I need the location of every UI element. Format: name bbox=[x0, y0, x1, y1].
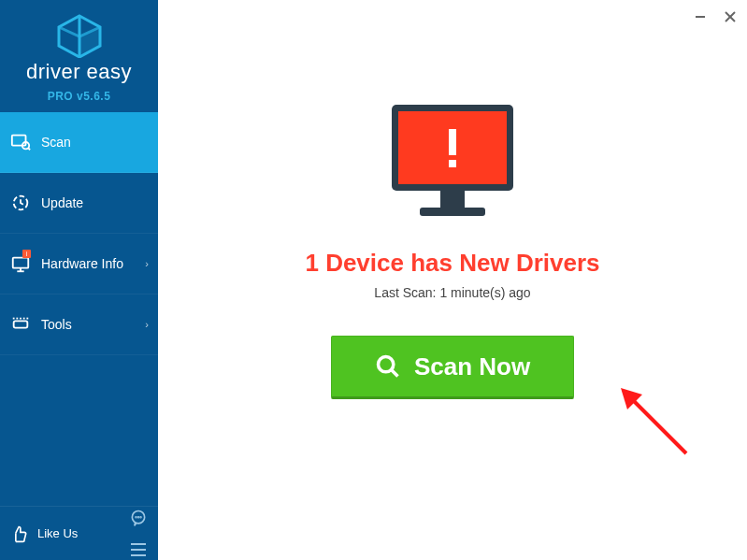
svg-marker-34 bbox=[621, 388, 642, 409]
logo-area: driver easy PRO v5.6.5 bbox=[0, 0, 158, 112]
sidebar-item-label: Scan bbox=[41, 135, 71, 150]
svg-rect-9 bbox=[14, 321, 28, 327]
sidebar-item-label: Tools bbox=[41, 317, 72, 332]
alert-monitor-icon bbox=[382, 101, 523, 223]
sidebar-footer: Like Us bbox=[0, 506, 158, 560]
window-controls bbox=[691, 7, 740, 26]
svg-point-17 bbox=[138, 516, 139, 517]
svg-rect-27 bbox=[449, 129, 456, 155]
magnifier-icon bbox=[375, 353, 401, 380]
version-label: PRO v5.6.5 bbox=[0, 90, 158, 103]
sidebar-item-hardware-info[interactable]: i Hardware Info › bbox=[0, 234, 158, 294]
scan-icon bbox=[9, 131, 32, 153]
sidebar-item-label: Update bbox=[41, 195, 83, 210]
app-window: driver easy PRO v5.6.5 Scan bbox=[0, 0, 747, 560]
sidebar-item-scan[interactable]: Scan bbox=[0, 112, 158, 173]
svg-line-32 bbox=[391, 370, 397, 377]
like-us-button[interactable]: Like Us bbox=[9, 524, 78, 544]
annotation-arrow-icon bbox=[616, 383, 700, 467]
scan-now-button[interactable]: Scan Now bbox=[331, 336, 574, 399]
feedback-icon[interactable] bbox=[128, 508, 149, 528]
svg-rect-30 bbox=[420, 208, 485, 216]
thumbs-up-icon bbox=[9, 524, 30, 544]
menu-icon[interactable] bbox=[128, 539, 149, 560]
sidebar-item-update[interactable]: Update bbox=[0, 173, 158, 234]
chevron-right-icon: › bbox=[145, 258, 149, 269]
last-scan-text: Last Scan: 1 minute(s) ago bbox=[374, 285, 530, 300]
tools-icon bbox=[9, 313, 32, 336]
main-panel: 1 Device has New Drivers Last Scan: 1 mi… bbox=[158, 0, 747, 560]
svg-point-31 bbox=[378, 357, 393, 372]
scan-now-label: Scan Now bbox=[414, 352, 530, 381]
brand-name: driver easy bbox=[0, 60, 158, 84]
svg-rect-2 bbox=[12, 136, 26, 146]
svg-point-16 bbox=[136, 516, 136, 517]
svg-rect-6 bbox=[13, 258, 29, 268]
svg-line-33 bbox=[630, 397, 686, 453]
sidebar-item-label: Hardware Info bbox=[41, 256, 123, 271]
nav: Scan Update i bbox=[0, 112, 158, 506]
chevron-right-icon: › bbox=[145, 319, 149, 330]
headline-text: 1 Device has New Drivers bbox=[305, 249, 599, 278]
sidebar-item-tools[interactable]: Tools › bbox=[0, 294, 158, 355]
info-badge-icon: i bbox=[22, 250, 31, 258]
svg-rect-29 bbox=[440, 191, 465, 208]
svg-point-18 bbox=[140, 516, 141, 517]
hardware-info-icon: i bbox=[9, 252, 32, 275]
close-button[interactable] bbox=[721, 7, 740, 26]
svg-line-4 bbox=[28, 148, 30, 150]
like-us-label: Like Us bbox=[37, 526, 78, 540]
logo-icon bbox=[53, 13, 106, 58]
minimize-button[interactable] bbox=[691, 7, 710, 26]
update-icon bbox=[9, 192, 32, 214]
sidebar: driver easy PRO v5.6.5 Scan bbox=[0, 0, 158, 560]
svg-rect-28 bbox=[449, 160, 456, 167]
